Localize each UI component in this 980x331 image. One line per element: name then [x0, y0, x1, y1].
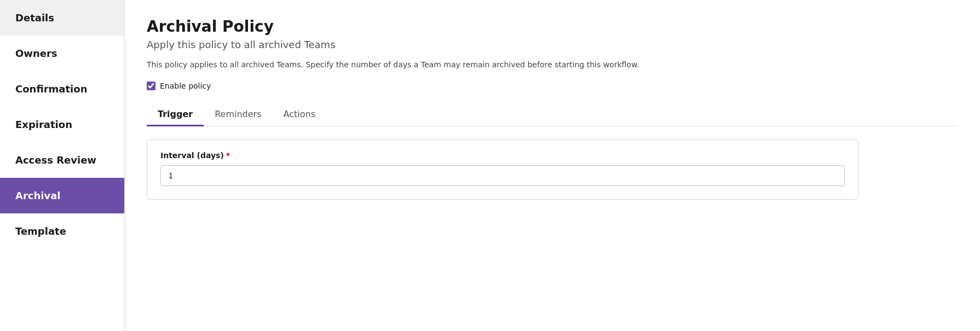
tab-trigger[interactable]: Trigger — [147, 103, 204, 126]
page-description: This policy applies to all archived Team… — [147, 59, 958, 71]
enable-policy-row: Enable policy — [147, 82, 958, 90]
sidebar-item-owners[interactable]: Owners — [0, 36, 124, 71]
sidebar-item-expiration[interactable]: Expiration — [0, 107, 124, 142]
sidebar-item-template[interactable]: Template — [0, 213, 124, 249]
main-content: Archival Policy Apply this policy to all… — [125, 0, 980, 331]
required-star: * — [226, 151, 230, 160]
sidebar: DetailsOwnersConfirmationExpirationAcces… — [0, 0, 125, 331]
tab-reminders[interactable]: Reminders — [204, 103, 272, 126]
interval-input[interactable] — [160, 165, 845, 186]
enable-policy-checkbox[interactable] — [147, 82, 155, 90]
page-subtitle: Apply this policy to all archived Teams — [147, 39, 958, 50]
sidebar-item-confirmation[interactable]: Confirmation — [0, 71, 124, 107]
sidebar-item-access-review[interactable]: Access Review — [0, 142, 124, 178]
page-title: Archival Policy — [147, 18, 958, 36]
sidebar-item-details[interactable]: Details — [0, 0, 124, 36]
sidebar-item-archival[interactable]: Archival — [0, 178, 124, 213]
tab-actions[interactable]: Actions — [273, 103, 326, 126]
interval-section: Interval (days) * — [147, 140, 858, 200]
interval-label: Interval (days) * — [160, 151, 845, 160]
enable-policy-label[interactable]: Enable policy — [160, 82, 211, 90]
interval-label-text: Interval (days) — [160, 151, 224, 160]
tabs-container: TriggerRemindersActions — [147, 103, 958, 126]
